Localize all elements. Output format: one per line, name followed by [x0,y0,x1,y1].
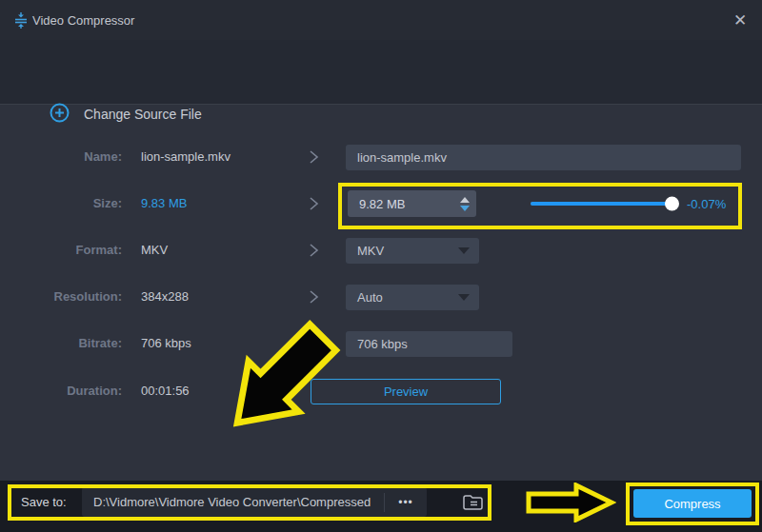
preview-button[interactable]: Preview [311,379,501,404]
size-stepper[interactable] [348,190,476,217]
resolution-select[interactable]: Auto [346,285,479,310]
resolution-current-value: 384x288 [141,289,189,304]
bitrate-label: Bitrate: [0,336,122,350]
size-reduction-percent: -0.07% [687,197,726,211]
name-label: Name: [0,149,122,164]
save-path-input[interactable] [82,495,384,509]
save-to-label: Save to: [21,495,67,509]
resolution-label: Resolution: [0,289,122,304]
plus-circle-icon [50,103,70,123]
open-folder-button[interactable] [456,487,489,517]
size-slider[interactable] [531,202,678,206]
dropdown-arrow-icon [458,294,470,301]
resolution-selected-value: Auto [357,290,383,305]
bitrate-input[interactable] [346,331,512,357]
size-current-value: 9.83 MB [141,196,187,210]
format-label: Format: [0,243,122,257]
format-selected-value: MKV [357,244,384,258]
format-current-value: MKV [141,243,168,257]
bitrate-current-value: 706 kbps [141,336,191,350]
size-input[interactable] [348,197,453,211]
chevron-right-icon [309,149,320,165]
compress-button[interactable]: Compress [633,489,752,518]
chevron-right-icon [309,289,320,305]
name-input[interactable] [346,145,741,170]
close-icon: ✕ [733,10,747,30]
size-slider-thumb[interactable] [665,197,679,211]
close-button[interactable]: ✕ [728,8,752,32]
change-source-bar[interactable]: Change Source File [0,40,762,105]
duration-current-value: 00:01:56 [141,384,190,398]
name-current-value: lion-sample.mkv [141,149,231,164]
browse-button[interactable]: ••• [385,487,427,517]
chevron-right-icon [309,243,320,258]
save-path-group: ••• [82,487,427,517]
dropdown-arrow-icon [458,247,470,254]
stepper-down-icon[interactable] [460,206,470,211]
compress-icon [13,12,29,29]
folder-icon [462,493,484,511]
title-bar: Video Compressor ✕ [0,0,762,40]
format-select[interactable]: MKV [346,238,479,264]
change-source-label: Change Source File [84,107,202,122]
chevron-right-icon [309,196,320,211]
stepper-up-icon[interactable] [460,197,470,203]
size-slider-fill [531,202,672,206]
size-label: Size: [0,196,122,210]
duration-label: Duration: [0,384,122,398]
window-title: Video Compressor [32,13,134,28]
annotation-arrow-down-left-icon [217,316,346,432]
